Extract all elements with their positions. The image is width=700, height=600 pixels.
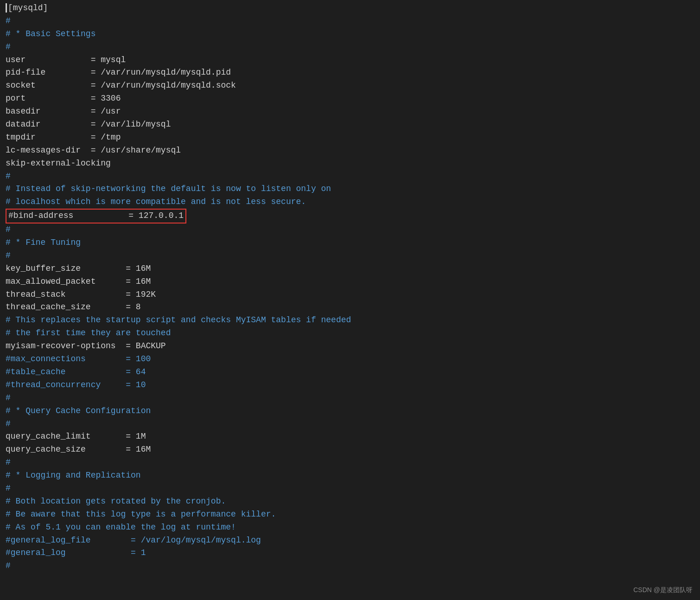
- line-text: #: [6, 16, 11, 26]
- line-text: key_buffer_size = 16M: [6, 264, 151, 273]
- code-line: #thread_concurrency = 10: [6, 379, 694, 392]
- line-text: #table_cache = 64: [6, 367, 146, 377]
- code-line: #general_log = 1: [6, 547, 694, 560]
- code-line: # Be aware that this log type is a perfo…: [6, 508, 694, 521]
- cursor: [6, 3, 7, 13]
- code-line: port = 3306: [6, 92, 694, 105]
- code-line: datadir = /var/lib/mysql: [6, 118, 694, 131]
- line-text: port = 3306: [6, 94, 121, 103]
- line-text: #general_log = 1: [6, 548, 146, 557]
- code-line: # * Logging and Replication: [6, 469, 694, 482]
- code-line: # Both location gets rotated by the cron…: [6, 495, 694, 508]
- code-line: # * Basic Settings: [6, 28, 694, 41]
- code-line: skip-external-locking: [6, 157, 694, 170]
- code-line: #: [6, 418, 694, 431]
- line-text: # Both location gets rotated by the cron…: [6, 497, 226, 506]
- code-line: # This replaces the startup script and c…: [6, 314, 694, 327]
- line-text: #max_connections = 100: [6, 354, 151, 364]
- code-line: basedir = /usr: [6, 105, 694, 118]
- code-line: #: [6, 482, 694, 495]
- code-line: query_cache_size = 16M: [6, 443, 694, 456]
- line-text: # As of 5.1 you can enable the log at ru…: [6, 523, 236, 532]
- line-text: #: [6, 419, 11, 428]
- code-line: #: [6, 170, 694, 183]
- code-line: thread_cache_size = 8: [6, 301, 694, 314]
- code-line: # the first time they are touched: [6, 327, 694, 340]
- code-line: #: [6, 15, 694, 28]
- code-line: #: [6, 41, 694, 54]
- code-line: max_allowed_packet = 16M: [6, 275, 694, 288]
- line-text: #: [6, 458, 11, 467]
- code-editor: [mysqld]## * Basic Settings#user = mysql…: [0, 0, 700, 576]
- code-line: pid-file = /var/run/mysqld/mysqld.pid: [6, 66, 694, 79]
- watermark-text: CSDN @是凌团队呀: [633, 586, 693, 594]
- code-line: #: [6, 223, 694, 236]
- highlighted-line: #bind-address = 127.0.0.1: [6, 209, 186, 223]
- watermark: CSDN @是凌团队呀: [633, 585, 693, 595]
- line-text: # * Basic Settings: [6, 29, 95, 38]
- line-text: query_cache_size = 16M: [6, 445, 151, 454]
- line-text: #: [6, 42, 11, 51]
- code-line: #: [6, 392, 694, 405]
- code-line: # localhost which is more compatible and…: [6, 196, 694, 209]
- line-text: #: [6, 484, 11, 493]
- line-text: #: [6, 225, 11, 234]
- code-line: #table_cache = 64: [6, 366, 694, 379]
- code-line: key_buffer_size = 16M: [6, 262, 694, 275]
- line-text: datadir = /var/lib/mysql: [6, 120, 171, 129]
- line-text: lc-messages-dir = /usr/share/mysql: [6, 146, 181, 155]
- code-line: myisam-recover-options = BACKUP: [6, 340, 694, 353]
- line-text: # This replaces the startup script and c…: [6, 315, 351, 325]
- line-text: basedir = /usr: [6, 107, 121, 116]
- code-line: # As of 5.1 you can enable the log at ru…: [6, 521, 694, 534]
- line-text: # * Logging and Replication: [6, 471, 141, 480]
- line-text: #: [6, 251, 11, 260]
- code-line: thread_stack = 192K: [6, 288, 694, 301]
- code-line: #: [6, 560, 694, 573]
- code-line: query_cache_limit = 1M: [6, 430, 694, 443]
- code-line: # * Fine Tuning: [6, 236, 694, 249]
- line-text: pid-file = /var/run/mysqld/mysqld.pid: [6, 68, 231, 77]
- code-line: #: [6, 249, 694, 262]
- line-text: thread_stack = 192K: [6, 290, 156, 299]
- line-text: # Instead of skip-networking the default…: [6, 184, 331, 193]
- line-text: #: [6, 393, 11, 402]
- line-text: #: [6, 561, 11, 570]
- line-text: thread_cache_size = 8: [6, 302, 141, 312]
- line-text: user = mysql: [6, 55, 126, 64]
- line-text: # localhost which is more compatible and…: [6, 197, 306, 206]
- line-text: # Be aware that this log type is a perfo…: [6, 510, 276, 519]
- line-text: # the first time they are touched: [6, 328, 171, 338]
- code-line: #general_log_file = /var/log/mysql/mysql…: [6, 534, 694, 547]
- code-line: tmpdir = /tmp: [6, 131, 694, 144]
- code-line: socket = /var/run/mysqld/mysqld.sock: [6, 79, 694, 92]
- code-line: lc-messages-dir = /usr/share/mysql: [6, 144, 694, 157]
- code-line: # Instead of skip-networking the default…: [6, 183, 694, 196]
- line-text: query_cache_limit = 1M: [6, 432, 146, 441]
- line-text: #thread_concurrency = 10: [6, 380, 146, 389]
- line-text: tmpdir = /tmp: [6, 133, 121, 142]
- code-line: # * Query Cache Configuration: [6, 405, 694, 418]
- line-text: #general_log_file = /var/log/mysql/mysql…: [6, 536, 261, 545]
- line-text: # * Fine Tuning: [6, 238, 81, 247]
- code-line: #: [6, 456, 694, 469]
- line-text: # * Query Cache Configuration: [6, 406, 151, 415]
- code-line: user = mysql: [6, 54, 694, 67]
- line-text: max_allowed_packet = 16M: [6, 277, 151, 286]
- line-text: socket = /var/run/mysqld/mysqld.sock: [6, 81, 236, 90]
- line-text: [mysqld]: [8, 3, 48, 13]
- code-line: #bind-address = 127.0.0.1: [6, 209, 694, 223]
- line-text: #: [6, 172, 11, 181]
- line-text: skip-external-locking: [6, 159, 111, 168]
- line-text: myisam-recover-options = BACKUP: [6, 341, 166, 351]
- code-line: [mysqld]: [6, 2, 694, 15]
- code-line: #max_connections = 100: [6, 353, 694, 366]
